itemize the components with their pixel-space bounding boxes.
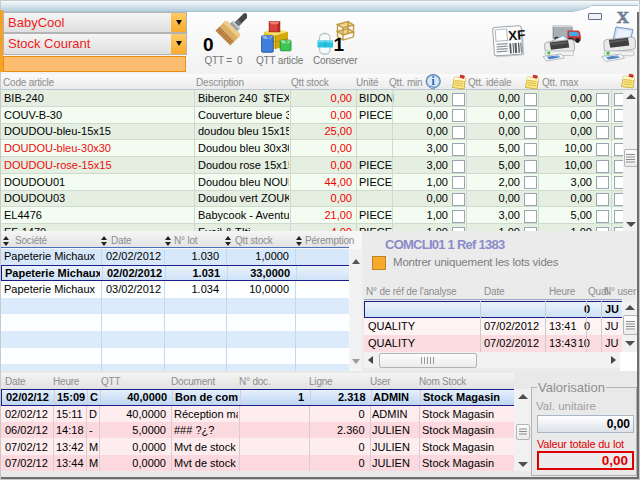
svg-text:XF: XF — [508, 27, 526, 43]
